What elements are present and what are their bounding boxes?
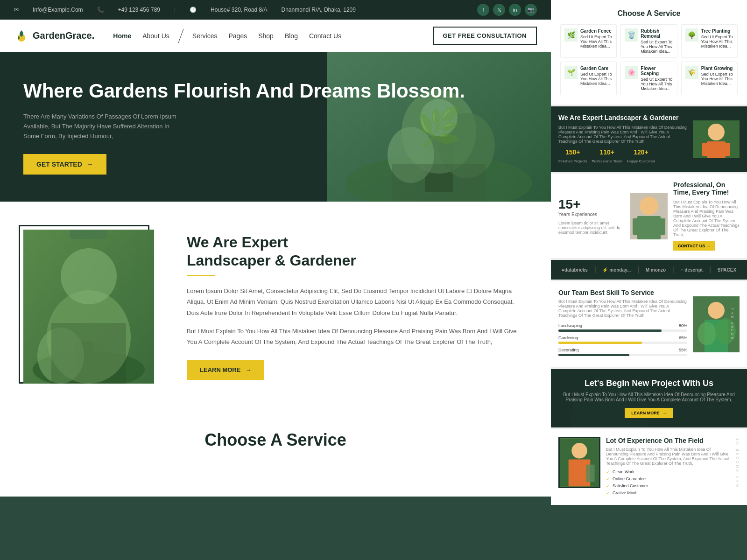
nav-contact[interactable]: Contact Us — [309, 32, 341, 40]
skill-landscaping-bar — [558, 329, 662, 332]
phone-number: +49 123 456 789 — [118, 7, 160, 13]
rp-contact-button[interactable]: CONTACT US → — [673, 241, 715, 251]
skill-decorating-label: Decorating — [558, 348, 579, 352]
rp-skills-desc: But I Must Explain To You How All This M… — [558, 299, 687, 318]
email-icon: ✉ — [14, 7, 19, 13]
svg-rect-19 — [707, 141, 726, 158]
services-title: Choose A Service — [23, 430, 528, 450]
svg-rect-14 — [51, 323, 126, 384]
svg-rect-35 — [586, 465, 595, 482]
rp-prof-desc: But I Must Explain To You How All This M… — [673, 200, 740, 237]
svg-point-15 — [61, 248, 117, 304]
stat-projects: 150+ Finished Projects — [558, 148, 587, 164]
rp-professional-section: 15+ Years Experiences Lorem ipsum dolor … — [551, 174, 747, 260]
main-nav: Home About Us Services Pages Shop Blog C… — [113, 29, 432, 43]
skill-decorating: Decorating 55% — [558, 348, 687, 356]
tree-desc: Sed Ut Expert To You How All This Mistak… — [701, 35, 733, 49]
arrow-right-icon: → — [245, 366, 251, 373]
fence-icon: 🌿 — [564, 28, 578, 42]
rp-experience-image — [558, 437, 600, 488]
skill-gardening-label: Gardening — [558, 336, 578, 340]
flower-name: Flower Scaping — [641, 66, 673, 76]
social-icons: f 𝕏 in 📷 — [477, 4, 537, 16]
about-image-container: ABOUT GARDENGRACE — [23, 230, 163, 384]
header: GardenGrace. Home About Us Services Page… — [0, 20, 551, 52]
nav-services[interactable]: Services — [192, 32, 218, 40]
nav-blog[interactable]: Blog — [285, 32, 298, 40]
rp-stats: 150+ Finished Projects 110+ Professional… — [558, 148, 687, 164]
tree-icon: 🌳 — [685, 28, 698, 42]
rp-skills-title: Our Team Best Skill To Service — [558, 289, 687, 296]
address-line1: House# 320, Road 8/A — [211, 7, 267, 13]
about-title: We Are Expert Landscaper & Gardener — [187, 233, 528, 269]
nav-home[interactable]: Home — [113, 32, 131, 40]
hero-section: Where Gardens Flourish And Dreams Blosso… — [0, 52, 551, 202]
services-section: Choose A Service — [0, 412, 551, 497]
exp-list-item-2: ✓Online Guarantee — [606, 476, 730, 482]
rp-professional-image — [630, 193, 668, 239]
stat-team-value: 110+ — [592, 148, 622, 156]
rp-expert-section: We Are Expert Landscaper & Gardener But … — [551, 106, 747, 174]
skill-gardening: Gardening 65% — [558, 336, 687, 344]
about-para1: Lorem Ipsum Dolor Sit Amet, Consectetur … — [187, 286, 528, 318]
plant-desc: Sed Ut Expert To You How All This Mistak… — [701, 72, 733, 86]
service-card-plant[interactable]: 🌾 Plant GrowingSed Ut Expert To You How … — [681, 62, 738, 95]
hero-title: Where Gardens Flourish And Dreams Blosso… — [23, 79, 528, 103]
linkedin-icon[interactable]: in — [509, 4, 521, 16]
service-card-care[interactable]: 🌱 Garden CareSed Ut Expert To You How Al… — [560, 62, 617, 95]
rubbish-desc: Sed Ut Expert To You How All This Mistak… — [641, 40, 672, 54]
nav-pages[interactable]: Pages — [228, 32, 247, 40]
service-card-flower[interactable]: 🌸 Flower ScapingSed Ut Expert To You How… — [620, 62, 677, 95]
instagram-icon[interactable]: 📷 — [525, 4, 537, 16]
rp-experience-section: Lot Of Experience On The Field But I Mus… — [551, 429, 747, 505]
rp-new-project-button[interactable]: LEARN MORE → — [625, 408, 673, 418]
service-card-rubbish[interactable]: 🗑️ Rubbish RemovalSed Ut Expert To You H… — [620, 24, 677, 58]
right-panel: Choose A Service 🌿 Garden FenceSed Ut Ex… — [551, 0, 747, 505]
rp-expert-desc: But I Must Explain To You How All This M… — [558, 125, 687, 144]
rp-skills-vertical-text: THE VALUE — [730, 308, 734, 341]
brand-spacex: SPACEX — [718, 267, 736, 273]
svg-rect-16 — [70, 230, 107, 239]
svg-point-28 — [708, 302, 725, 319]
svg-rect-20 — [702, 143, 709, 156]
care-name: Garden Care — [580, 66, 613, 71]
stat-customers: 120+ Happy Customer — [627, 148, 655, 164]
rubbish-name: Rubbish Removal — [641, 28, 673, 39]
rp-brands-bar: ●databricks | ⚡ monday... | M monzo | ≡ … — [551, 260, 747, 281]
phone-icon: 📞 — [97, 7, 104, 13]
svg-point-33 — [571, 443, 587, 459]
service-card-fence[interactable]: 🌿 Garden FenceSed Ut Expert To You How A… — [560, 24, 617, 58]
facebook-icon[interactable]: f — [477, 4, 489, 16]
nav-about[interactable]: About Us — [142, 32, 169, 40]
nav-divider — [178, 29, 183, 43]
stat-customers-value: 120+ — [627, 148, 655, 156]
rp-years: 15+ — [558, 197, 625, 212]
nav-shop[interactable]: Shop — [258, 32, 274, 40]
hero-cta-button[interactable]: GET STARTED → — [23, 154, 106, 175]
logo[interactable]: GardenGrace. — [14, 28, 94, 43]
rp-years-desc: Lorem ipsum dolor sit amet consectetur a… — [558, 221, 625, 235]
rp-exp-desc: But I Must Explain To You How All This M… — [606, 447, 730, 466]
svg-rect-26 — [657, 218, 665, 235]
arrow-icon-small: → — [662, 411, 667, 415]
skill-landscaping: Landscaping 80% — [558, 323, 687, 332]
rp-experience-vertical-text: WHY CHOOSE US — [735, 437, 740, 487]
skill-gardening-pct: 65% — [679, 336, 687, 340]
clock-icon: 🕐 — [190, 7, 197, 13]
about-underline — [187, 275, 215, 276]
brand-descript: ≡ descript — [681, 267, 703, 273]
consultation-button[interactable]: GET FREE CONSULTATION — [433, 27, 537, 45]
skill-landscaping-pct: 80% — [679, 323, 687, 328]
email-address: Info@Example.Com — [33, 7, 83, 13]
tree-name: Tree Planting — [701, 28, 733, 34]
rp-skills-section: Our Team Best Skill To Service But I Mus… — [551, 281, 747, 369]
svg-rect-21 — [723, 143, 730, 156]
rp-expert-image — [693, 120, 740, 158]
service-card-tree[interactable]: 🌳 Tree PlantingSed Ut Expert To You How … — [681, 24, 738, 58]
twitter-icon[interactable]: 𝕏 — [493, 4, 505, 16]
stat-team-label: Professional Team — [592, 159, 622, 163]
learn-more-button[interactable]: LEARN MORE → — [187, 360, 264, 380]
arrow-icon: → — [87, 161, 93, 168]
rp-expert-title: We Are Expert Landscaper & Gardener — [558, 114, 687, 121]
stat-projects-label: Finished Projects — [558, 159, 587, 163]
